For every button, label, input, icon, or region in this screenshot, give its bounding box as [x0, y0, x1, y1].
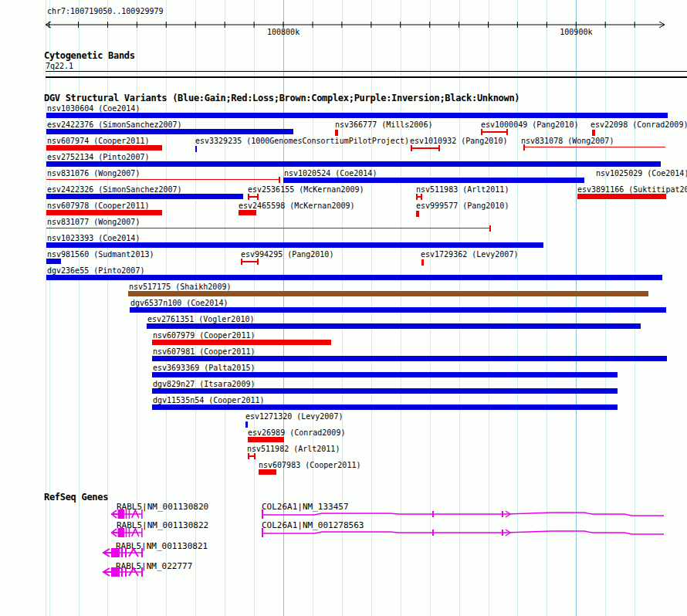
- variant-label-esv1271320: esv1271320 (Levy2007): [245, 412, 343, 421]
- variant-shape-nsv831076[interactable]: [46, 179, 280, 180]
- variant-shape-esv999577[interactable]: [416, 211, 419, 217]
- variant-shape-nsv607981[interactable]: [152, 356, 667, 361]
- variant-shape-nsv831078[interactable]: [523, 144, 525, 151]
- variant-shape-nsv1030604[interactable]: [46, 113, 668, 118]
- variant-label-nsv1023393: nsv1023393 (Coe2014): [47, 234, 140, 242]
- gene-glyph-RABL5-NM_022777[interactable]: [103, 567, 145, 577]
- variant-label-nsv981560: nsv981560 (Sudmant2013): [47, 250, 154, 259]
- variant-label-esv2752134: esv2752134 (Pinto2007): [47, 153, 149, 161]
- variant-shape-esv1010932[interactable]: [411, 145, 412, 151]
- variant-shape-nsv607979[interactable]: [152, 340, 331, 345]
- variant-shape-nsv511982[interactable]: [248, 453, 249, 459]
- variant-label-esv3891166: esv3891166 (Suktitipat20: [577, 185, 687, 194]
- variant-shape-nsv517175[interactable]: [128, 291, 648, 296]
- variant-label-esv2761351: esv2761351 (Vogler2010): [147, 315, 254, 323]
- gene-glyph-RABL5-NM_001130822[interactable]: [111, 527, 144, 538]
- variant-label-dgv11535n54: dgv11535n54 (Cooper2011): [153, 396, 265, 404]
- cytoband-top-line[interactable]: [46, 71, 687, 72]
- variant-shape-esv994295[interactable]: [257, 259, 259, 265]
- variant-label-esv2536155: esv2536155 (McKernan2009): [248, 185, 364, 194]
- variant-label-esv999577: esv999577 (Pang2010): [416, 201, 509, 210]
- variant-shape-esv1000049[interactable]: [481, 131, 508, 133]
- gene-glyph-RABL5-NM_001130820[interactable]: [111, 509, 144, 520]
- variant-shape-esv1000049[interactable]: [481, 129, 482, 135]
- variant-shape-esv1729362[interactable]: [421, 259, 424, 266]
- variant-shape-esv1010932[interactable]: [411, 147, 440, 149]
- variant-shape-esv1010932[interactable]: [438, 145, 440, 151]
- variant-label-nsv607983: nsv607983 (Cooper2011): [259, 461, 360, 469]
- variant-label-nsv511982: nsv511982 (Arlt2011): [247, 445, 340, 453]
- variant-shape-nsv607978[interactable]: [46, 210, 162, 215]
- variant-shape-esv26989[interactable]: [248, 437, 284, 442]
- variant-label-dgv829n27: dgv829n27 (Itsara2009): [153, 380, 255, 388]
- variant-shape-esv2761351[interactable]: [147, 323, 641, 329]
- variant-shape-esv3329235[interactable]: [195, 146, 197, 152]
- variant-shape-esv994295[interactable]: [241, 259, 242, 265]
- variant-shape-esv1271320[interactable]: [245, 421, 248, 428]
- variant-shape-nsv1023393[interactable]: [46, 242, 543, 248]
- variant-label-esv26989: esv26989 (Conrad2009): [248, 428, 345, 437]
- variant-label-nsv607978: nsv607978 (Cooper2011): [47, 201, 149, 210]
- gene-glyph-COL26A1-NM_001278563[interactable]: [262, 527, 665, 538]
- variant-shape-esv2536155[interactable]: [248, 194, 249, 200]
- variant-shape-esv994295[interactable]: [241, 261, 259, 262]
- variant-label-esv1010932: esv1010932 (Pang2010): [410, 137, 507, 145]
- variant-label-dgv236e55: dgv236e55 (Pinto2007): [47, 266, 144, 275]
- variant-shape-nsv511982[interactable]: [254, 453, 256, 459]
- variant-shape-dgv11535n54[interactable]: [152, 404, 618, 410]
- variant-label-esv3693369: esv3693369 (Palta2015): [153, 364, 255, 372]
- variant-shape-nsv831076[interactable]: [279, 177, 280, 183]
- variant-shape-nsv831077[interactable]: [489, 225, 491, 232]
- gene-glyph-COL26A1-NM_133457[interactable]: [262, 509, 665, 520]
- variant-label-esv22098: esv22098 (Conrad2009): [591, 120, 687, 129]
- variant-shape-nsv981560[interactable]: [46, 259, 61, 264]
- variant-shape-nsv831078[interactable]: [523, 147, 665, 147]
- variant-label-dgv6537n100: dgv6537n100 (Coe2014): [130, 299, 228, 307]
- variant-shape-esv2536155[interactable]: [257, 194, 259, 200]
- variant-shape-esv2465598[interactable]: [239, 210, 256, 215]
- variant-shape-esv22098[interactable]: [592, 130, 595, 136]
- variant-shape-esv3891166[interactable]: [577, 194, 666, 199]
- variant-shape-dgv6537n100[interactable]: [130, 307, 666, 313]
- variant-shape-esv2422326[interactable]: [46, 194, 243, 199]
- variant-shape-dgv829n27[interactable]: [152, 388, 618, 394]
- variant-shape-dgv236e55[interactable]: [46, 275, 662, 280]
- genome-browser-view: chr7:100719050..100929979 100800k100900k…: [0, 0, 687, 616]
- cytogenetic-band-label: 7q22.1: [46, 62, 73, 70]
- variant-label-esv994295: esv994295 (Pang2010): [241, 250, 333, 259]
- variant-label-esv1000049: esv1000049 (Pang2010): [481, 120, 578, 129]
- variant-label-nsv831076: nsv831076 (Wong2007): [47, 169, 140, 178]
- variant-shape-nsv607974[interactable]: [46, 145, 162, 151]
- variant-shape-nsv511983[interactable]: [421, 194, 422, 200]
- variant-label-nsv1020524: nsv1020524 (Coe2014): [284, 169, 377, 178]
- variant-shape-esv3693369[interactable]: [152, 372, 618, 377]
- dgv-section-title: DGV Structural Variants (Blue:Gain;Red:L…: [44, 93, 519, 103]
- cytogenetic-section-title: Cytogenetic Bands: [44, 50, 135, 61]
- variant-label-esv2422376: esv2422376 (SimonSanchez2007): [47, 120, 182, 129]
- variant-label-nsv607981: nsv607981 (Cooper2011): [153, 347, 255, 356]
- variant-label-esv3329235: esv3329235 (1000GenomesConsortiumPilotPr…: [195, 137, 409, 145]
- variant-label-nsv1025029: nsv1025029 (Coe2014): [596, 169, 687, 178]
- refseq-section-title: RefSeq Genes: [44, 492, 108, 503]
- gene-glyph-RABL5-NM_001130821[interactable]: [103, 547, 145, 558]
- variant-shape-esv2422376[interactable]: [46, 129, 293, 134]
- variant-shape-nsv831077[interactable]: [46, 228, 491, 228]
- axis-tick-label: 100900k: [560, 28, 592, 36]
- variant-shape-nsv366777[interactable]: [335, 130, 338, 136]
- variant-label-nsv1030604: nsv1030604 (Coe2014): [47, 104, 140, 113]
- variant-shape-nsv511983[interactable]: [416, 194, 418, 200]
- variant-label-nsv366777: nsv366777 (Mills2006): [335, 120, 432, 129]
- variant-label-nsv607974: nsv607974 (Cooper2011): [47, 137, 149, 145]
- variant-shape-nsv1020524[interactable]: [283, 178, 584, 183]
- cytoband-bottom-line[interactable]: [46, 76, 687, 78]
- variant-label-nsv511983: nsv511983 (Arlt2011): [416, 185, 509, 194]
- variant-label-nsv517175: nsv517175 (Shaikh2009): [129, 283, 231, 291]
- variant-shape-esv1000049[interactable]: [506, 129, 508, 135]
- axis-tick-label: 100800k: [267, 28, 300, 36]
- variant-label-nsv831078: nsv831078 (Wong2007): [521, 137, 614, 145]
- variant-label-nsv607979: nsv607979 (Cooper2011): [153, 331, 255, 340]
- variant-label-esv2465598: esv2465598 (McKernan2009): [239, 201, 355, 210]
- variant-shape-esv2752134[interactable]: [46, 161, 661, 167]
- variant-shape-nsv607983[interactable]: [259, 469, 276, 475]
- variant-label-esv2422326: esv2422326 (SimonSanchez2007): [47, 185, 182, 194]
